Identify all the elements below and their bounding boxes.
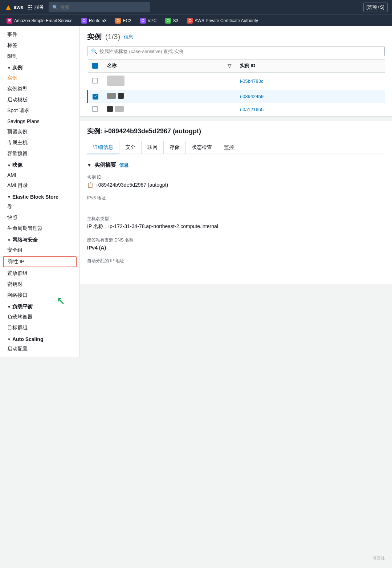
sidebar-item-network-interfaces[interactable]: 网络接口 xyxy=(0,290,79,301)
sidebar-item-load-balancers[interactable]: 负载均衡器 xyxy=(0,312,79,322)
select-all-checkbox[interactable]: ─ xyxy=(92,63,98,69)
filter-icon[interactable]: ▽ xyxy=(228,63,231,69)
td-name-1 xyxy=(103,72,223,90)
chevron-down-icon-summary: ▼ xyxy=(87,163,91,168)
sidebar-item-target-groups[interactable]: 目标群组 xyxy=(0,322,79,333)
td-id-1: i-05b4783c xyxy=(236,72,385,90)
instance-id-link-2[interactable]: i-089424b9 xyxy=(240,94,264,99)
tab-details[interactable]: 详细信息 xyxy=(87,141,119,154)
services-bar: ✉ Amazon Simple Email Service ⬡ Route 53… xyxy=(0,15,392,26)
table-row: i-0a1216b5 xyxy=(88,103,385,116)
td-id-3: i-0a1216b5 xyxy=(236,103,385,116)
tab-networking[interactable]: 联网 xyxy=(141,141,163,154)
sidebar-item-volumes[interactable]: 卷 xyxy=(0,201,79,212)
td-id-2: i-089424b9 xyxy=(236,90,385,103)
service-tab-pca[interactable]: ⬡ AWS Private Certificate Authority xyxy=(183,16,262,25)
field-value-hostname-type: IP 名称：ip-172-31-34-78.ap-northeast-2.com… xyxy=(87,223,385,230)
sidebar-item-tags[interactable]: 标签 xyxy=(0,40,79,51)
field-label-auto-ip: 自动分配的 IP 地址 xyxy=(87,258,385,264)
instance-search-bar[interactable]: 🔍 xyxy=(87,46,385,56)
sidebar-item-events[interactable]: 事件 xyxy=(0,29,79,40)
chevron-down-icon-images: ▼ xyxy=(7,163,11,167)
sidebar-item-security-groups[interactable]: 安全组 xyxy=(0,245,79,256)
row2-checkbox[interactable]: ✓ xyxy=(93,94,98,100)
instance-list-panel: 实例 (1/3) 信息 🔍 ─ 名称 xyxy=(80,26,392,117)
section-header-loadbalancing[interactable]: ▼ 负载平衡 xyxy=(0,301,79,312)
tab-storage[interactable]: 存储 xyxy=(163,141,185,154)
instance-search-input[interactable] xyxy=(99,49,381,54)
section-header-autoscaling[interactable]: ▼ Auto Scaling xyxy=(0,333,79,344)
services-menu[interactable]: ☷ 服务 xyxy=(28,4,44,11)
sidebar-item-savings-plans[interactable]: Savings Plans xyxy=(0,116,79,126)
sidebar-item-ami[interactable]: AMI xyxy=(0,170,79,180)
service-tab-ec2[interactable]: ⬡ EC2 xyxy=(111,16,135,25)
field-value-private-dns: IPv4 (A) xyxy=(87,245,385,251)
field-hostname-type: 主机名类型 IP 名称：ip-172-31-34-78.ap-northeast… xyxy=(87,216,385,230)
instance-thumbnail-2b xyxy=(118,93,124,99)
sidebar-item-limits[interactable]: 限制 xyxy=(0,51,79,62)
service-tab-route53[interactable]: ⬡ Route 53 xyxy=(78,16,110,25)
instance-detail-panel: 实例: i-089424b93de5d2967 (autogpt) 详细信息 安… xyxy=(80,121,392,284)
sidebar-item-instance-types[interactable]: 实例类型 xyxy=(0,84,79,94)
search-input[interactable] xyxy=(60,5,147,10)
route53-icon: ⬡ xyxy=(81,18,87,24)
detail-tabs: 详细信息 安全 联网 存储 状态检查 监控 xyxy=(87,141,385,154)
field-instance-id: 实例 ID 📋 i-089424b93de5d2967 (autogpt) xyxy=(87,174,385,188)
instance-count: (1/3) xyxy=(105,33,120,41)
main-layout: 事件 标签 限制 ▼ 实例 实例 实例类型 启动模板 Spo xyxy=(0,26,392,568)
summary-info-link[interactable]: 信息 xyxy=(119,162,128,169)
section-header-network[interactable]: ▼ 网络与安全 xyxy=(0,234,79,245)
section-header-ebs[interactable]: ▼ Elastic Block Store xyxy=(0,191,79,201)
service-tab-s3[interactable]: ⬡ S3 xyxy=(162,16,182,25)
sidebar-item-capacity-reservations[interactable]: 容量预留 xyxy=(0,148,79,159)
search-icon-instance: 🔍 xyxy=(91,48,97,54)
panel-header: 实例 (1/3) 信息 xyxy=(87,32,385,42)
sidebar-item-dedicated-hosts[interactable]: 专属主机 xyxy=(0,137,79,148)
td-empty-1 xyxy=(223,72,236,90)
sidebar-item-auto-scaling-groups[interactable]: 启动配置 xyxy=(0,344,79,354)
service-tab-vpc[interactable]: ⬡ VPC xyxy=(136,16,160,25)
service-tab-ses[interactable]: ✉ Amazon Simple Email Service xyxy=(3,16,76,25)
ec2-icon: ⬡ xyxy=(115,18,121,24)
chevron-down-icon: ▼ xyxy=(7,66,11,70)
sidebar-item-snapshots[interactable]: 快照 xyxy=(0,212,79,223)
vpc-icon: ⬡ xyxy=(140,18,146,24)
td-checkbox-2: ✓ xyxy=(88,90,103,103)
sidebar-item-reserved-instances[interactable]: 预留实例 xyxy=(0,126,79,137)
th-checkbox: ─ xyxy=(88,60,103,73)
sidebar-item-spot-requests[interactable]: Spot 请求 xyxy=(0,105,79,116)
instance-id-link-1[interactable]: i-05b4783c xyxy=(240,78,263,84)
row1-checkbox[interactable] xyxy=(92,78,98,84)
instance-info-link[interactable]: 信息 xyxy=(124,34,133,40)
options-button[interactable]: [选项+S] xyxy=(363,3,388,12)
sidebar-item-key-pairs[interactable]: 密钥对 xyxy=(0,279,79,290)
field-label-hostname-type: 主机名类型 xyxy=(87,216,385,222)
panel-title: 实例 xyxy=(87,32,102,42)
instance-thumbnail-3a xyxy=(107,106,113,112)
chevron-down-icon-as: ▼ xyxy=(7,337,11,341)
tab-security[interactable]: 安全 xyxy=(119,141,141,154)
ses-icon: ✉ xyxy=(7,18,12,24)
sidebar-wrapper: 事件 标签 限制 ▼ 实例 实例 实例类型 启动模板 Spo xyxy=(0,26,80,568)
search-bar[interactable]: 🔍 xyxy=(49,2,150,12)
sidebar-item-lifecycle-manager[interactable]: 生命周期管理器 xyxy=(0,223,79,234)
section-header-instances[interactable]: ▼ 实例 xyxy=(0,62,79,73)
copy-icon[interactable]: 📋 xyxy=(87,182,93,188)
field-value-instance-id: 📋 i-089424b93de5d2967 (autogpt) xyxy=(87,182,385,188)
instance-id-link-3[interactable]: i-0a1216b5 xyxy=(240,107,264,112)
sidebar-item-launch-templates[interactable]: 启动模板 xyxy=(0,94,79,105)
sidebar-item-placement-groups[interactable]: 置放群组 xyxy=(0,268,79,279)
tab-status-checks[interactable]: 状态检查 xyxy=(185,141,218,154)
pca-icon: ⬡ xyxy=(187,18,193,24)
tab-monitoring[interactable]: 监控 xyxy=(218,141,240,154)
table-row: i-05b4783c xyxy=(88,72,385,90)
row3-checkbox[interactable] xyxy=(92,106,98,112)
field-ipv6: IPv6 地址 – xyxy=(87,195,385,208)
s3-icon: ⬡ xyxy=(165,18,171,24)
sidebar-item-elastic-ip[interactable]: 弹性 IP xyxy=(3,256,77,267)
field-value-auto-ip: – xyxy=(87,265,385,271)
td-name-3 xyxy=(103,103,223,116)
sidebar-item-ami-catalog[interactable]: AMI 目录 xyxy=(0,180,79,191)
section-header-images[interactable]: ▼ 映像 xyxy=(0,159,79,170)
sidebar-item-instances[interactable]: 实例 xyxy=(0,73,79,84)
